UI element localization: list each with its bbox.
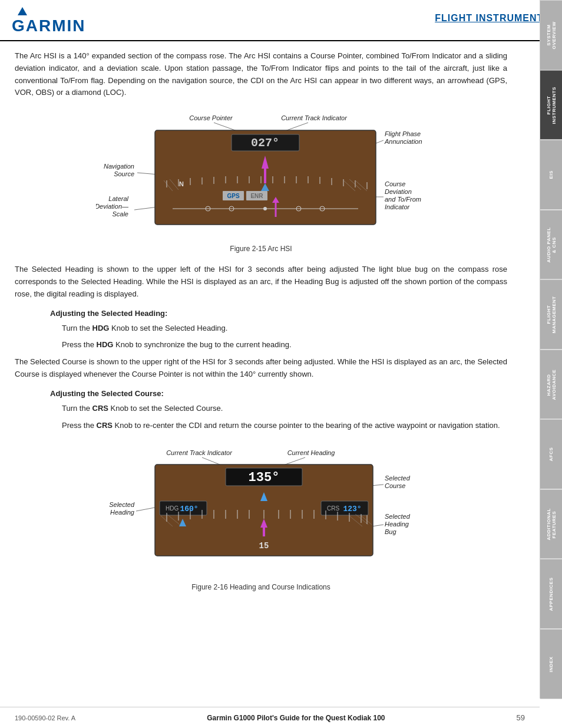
hdg-course-svg: Current Track Indicator Current Heading … [96,442,426,578]
figure-arc-hsi-caption: Figure 2-15 Arc HSI [15,245,507,253]
flight-phase-label: Flight Phase [385,130,421,137]
footer-title: Garmin G1000 Pilot's Guide for the Quest… [207,714,385,722]
enr-label: ENR [250,193,263,199]
compass-n: N [179,180,184,187]
sidebar-item-appendices[interactable]: APPENDICES [540,559,562,629]
nav-source-label2: Source [114,170,134,177]
flight-phase-label2: Annunciation [384,138,422,145]
sidebar-item-additional-features[interactable]: ADDITIONALFEATURES [540,489,562,559]
hdg-label-text: HDG [166,505,178,512]
adjusting-hdg-step1: Turn the HDG Knob to set the Selected He… [62,322,507,335]
nav-source-label: Navigation [104,163,134,170]
selected-course-paragraph: The Selected Course is shown to the uppe… [15,356,507,381]
adjusting-crs-step2: Press the CRS Knob to re-center the CDI … [62,420,507,432]
lateral-dev-line [134,207,158,210]
center-heading-value: 135° [249,470,280,485]
course-dev-label4: Indicator [385,203,411,210]
garmin-logo: GARMIN [12,7,86,35]
course-pointer-stem2 [263,528,265,536]
figure-heading-course-caption: Figure 2-16 Heading and Course Indicatio… [15,583,507,591]
sidebar-item-flight-management[interactable]: FLIGHTMANAGEMENT [540,279,562,350]
heading-course-diagram-wrapper: Current Track Indicator Current Heading … [96,442,426,578]
current-heading-label: Current Heading [287,449,336,456]
sidebar-item-eis[interactable]: EIS [540,140,562,210]
sidebar-item-afcs[interactable]: AFCS [540,419,562,489]
selected-heading-label2: Heading [110,509,135,516]
sidebar: SYSTEMOVERVIEW FLIGHTINSTRUMENTS EIS AUD… [540,0,562,699]
adjusting-crs-step1-rest: Knob to set the Selected Course. [108,404,223,413]
selected-heading-bug-label2: Heading [385,521,409,528]
sidebar-item-index[interactable]: INDEX [540,629,562,699]
gps-label: GPS [227,193,239,199]
arc-hsi-svg: Course Pointer Current Track Indicator F… [96,110,426,239]
adjusting-crs-step2-rest: Knob to re-center the CDI and return the… [113,421,500,430]
cdi-center [263,207,267,210]
course-dev-label2: Deviation [385,188,412,195]
crs-knob-bold2: CRS [97,421,113,430]
bottom-number: 15 [259,541,269,551]
sidebar-item-hazard-avoidance[interactable]: HAZARDAVOIDANCE [540,350,562,420]
heading-value: 027° [251,136,279,150]
sidebar-item-system-overview[interactable]: SYSTEMOVERVIEW [540,0,562,70]
garmin-triangle-icon [18,7,27,15]
lateral-dev-label: Lateral [108,195,128,202]
figure-heading-course: Current Track Indicator Current Heading … [15,442,507,591]
adjusting-selected-course-title: Adjusting the Selected Course: [50,389,507,398]
course-pointer-stem [264,169,266,183]
footer-revision: 190-00590-02 Rev. A [15,714,75,722]
adjusting-selected-heading-title: Adjusting the Selected Heading: [50,309,507,318]
main-content: The Arc HSI is a 140° expanded section o… [0,41,540,611]
hdg-knob-bold1: HDG [92,324,110,332]
crs-label-text: CRS [327,505,339,512]
adjusting-hdg-step2: Press the HDG Knob to synchronize the bu… [62,339,507,351]
adjusting-hdg-step1-rest: Knob to set the Selected Heading. [109,324,227,332]
selected-heading-bug-label: Selected [385,513,411,520]
adjusting-crs-step1-text: Turn the [62,404,92,413]
adjusting-hdg-step2-text: Press the [62,340,97,349]
selected-heading-paragraph: The Selected Heading is shown to the upp… [15,263,507,300]
selected-heading-bug-label3: Bug [385,528,396,535]
page-header: GARMIN FLIGHT INSTRUMENTS [0,0,562,41]
course-dev-label: Course [385,180,405,187]
hdg-value-text: 160° [180,505,198,513]
footer-page-number: 59 [517,713,525,722]
selected-course-label2: Course [385,482,405,489]
hdg-knob-bold2: HDG [97,340,114,349]
garmin-logo-text: GARMIN [12,17,86,35]
course-dev-label3: and To/From [385,196,421,203]
adjusting-crs-step1: Turn the CRS Knob to set the Selected Co… [62,403,507,415]
course-pointer-label: Course Pointer [189,114,233,121]
current-track-label: Current Track Indicator [281,114,348,121]
selected-heading-label: Selected [109,501,135,508]
adjusting-crs-step2-text: Press the [62,421,97,430]
crs-knob-bold1: CRS [92,404,108,413]
sidebar-item-flight-instruments[interactable]: FLIGHTINSTRUMENTS [540,70,562,140]
figure-arc-hsi: Course Pointer Current Track Indicator F… [15,110,507,253]
page-footer: 190-00590-02 Rev. A Garmin G1000 Pilot's… [0,707,540,728]
adjusting-hdg-step2-rest: Knob to synchronize the bug to the curre… [113,340,291,349]
lateral-dev-label3: Scale [112,210,128,218]
adjusting-hdg-step1-text: Turn the [62,324,92,332]
current-track-indicator-label: Current Track Indicator [166,449,233,456]
selected-course-label: Selected [385,475,411,482]
page-title: FLIGHT INSTRUMENTS [435,13,550,24]
crs-value-text: 123° [343,505,361,513]
intro-paragraph: The Arc HSI is a 140° expanded section o… [15,50,507,99]
lateral-dev-label2: Deviation— [96,203,129,210]
sidebar-item-audio-panel[interactable]: AUDIO PANEL& CNS [540,210,562,280]
arc-hsi-diagram-wrapper: Course Pointer Current Track Indicator F… [96,110,426,239]
